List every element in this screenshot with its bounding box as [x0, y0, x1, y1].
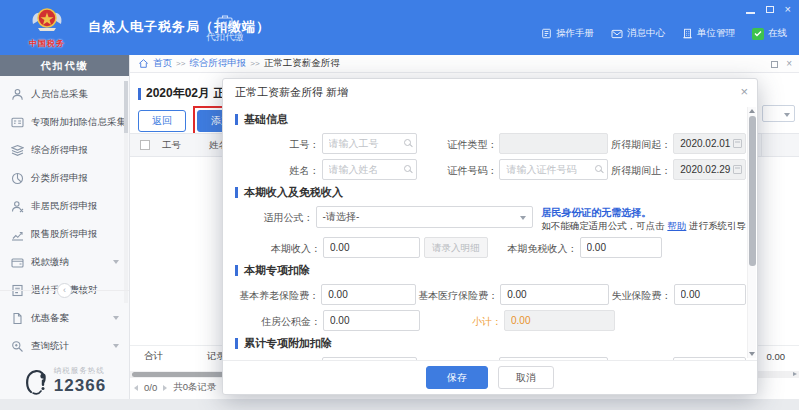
column-header-stub — [761, 134, 799, 156]
layers-icon — [11, 144, 24, 157]
breadcrumb-level2[interactable]: 综合所得申报 — [189, 57, 246, 70]
scrollbar-thumb[interactable] — [749, 116, 756, 266]
sidebar-menu: 人员信息采集 专项附加扣除信息采集 综合所得申报 分类所得申报 非居民所得申报 … — [0, 76, 129, 360]
tax-free-input[interactable] — [580, 237, 662, 258]
special-subtotal-label: 小计： — [422, 310, 502, 329]
sidebar-item-comprehensive-income[interactable]: 综合所得申报 — [0, 136, 129, 164]
search-stats-icon — [11, 340, 24, 353]
enter-detail-button: 请录入明细 — [424, 237, 488, 258]
toolbar-select[interactable] — [762, 105, 795, 122]
manual-icon — [541, 28, 552, 39]
window-bottom-strip — [0, 399, 799, 410]
breadcrumb-home[interactable]: 首页 — [153, 57, 172, 70]
scroll-down-icon[interactable] — [749, 352, 755, 356]
formula-select[interactable]: -请选择- — [316, 206, 534, 228]
cancel-button[interactable]: 取消 — [498, 366, 554, 389]
prev-page-icon[interactable] — [134, 385, 138, 391]
income-label: 本期收入： — [237, 237, 321, 256]
breadcrumb: 首页 >> 综合所得申报 >> 正常工资薪金所得 × — [130, 55, 799, 73]
housing-fund-label: 住房公积金： — [237, 310, 321, 329]
sidebar-item-label: 人员信息采集 — [31, 88, 88, 101]
home-icon — [138, 58, 149, 69]
menu-item-online-status[interactable]: 在线 — [752, 27, 787, 40]
tab-restore-icon[interactable] — [771, 61, 778, 68]
sidebar-item-special-deduction-info[interactable]: 专项附加扣除信息采集 — [0, 108, 129, 136]
search-icon — [404, 165, 411, 172]
menu-item-messages[interactable]: 消息中心 — [611, 27, 665, 40]
sidebar-item-label: 非居民所得申报 — [31, 200, 98, 213]
hotline-label: 纳税服务热线 — [54, 366, 106, 376]
user-alt-icon — [11, 200, 24, 213]
modal-body: 基础信息 工号： 证件类型： 所得期间起： 姓名： — [223, 105, 746, 360]
sidebar-item-label: 税款缴纳 — [31, 256, 69, 269]
help-link[interactable]: 帮助 — [667, 220, 686, 231]
pension-input[interactable] — [321, 284, 416, 305]
formula-note: 居民身份证的无需选择。 如不能确定适用公式，可点击 帮助 进行系统引导 — [541, 206, 746, 232]
housing-fund-input[interactable] — [323, 310, 420, 331]
nav-tab-label: 代扣代缴 — [206, 31, 244, 44]
form-row: 本期收入： 请录入明细 本期免税收入： — [237, 237, 746, 258]
modal-close-icon[interactable]: × — [740, 84, 748, 99]
menu-item-org-management[interactable]: 单位管理 — [682, 27, 735, 40]
sidebar-item-classified-income[interactable]: 分类所得申报 — [0, 164, 129, 192]
message-icon — [611, 29, 623, 39]
title-accent-bar — [138, 88, 141, 100]
section-accent-bar — [235, 338, 238, 349]
section-accent-bar — [235, 265, 238, 276]
name-input[interactable] — [322, 159, 417, 180]
nav-tab-withholding[interactable]: 代扣代缴 — [196, 6, 254, 52]
column-header-empno: 工号 — [162, 139, 181, 152]
medical-input[interactable] — [500, 284, 609, 305]
minimize-icon[interactable] — [746, 12, 755, 14]
note-line2-pre: 如不能确定适用公式，可点击 — [541, 220, 665, 231]
emp-no-label: 工号： — [237, 133, 320, 152]
sidebar-item-preferential-filing[interactable]: 优惠备案 — [0, 304, 129, 332]
calendar-icon — [733, 165, 742, 174]
top-menu: 操作手册 消息中心 单位管理 在线 — [541, 27, 787, 40]
sidebar: 代扣代缴 人员信息采集 专项附加扣除信息采集 综合所得申报 分类所得申报 非居民… — [0, 55, 130, 410]
medical-label: 基本医疗保险费： — [418, 284, 498, 303]
id-no-label: 证件号码： — [419, 159, 498, 178]
calendar-icon — [733, 139, 742, 148]
income-input[interactable] — [323, 237, 420, 258]
user-icon — [11, 88, 24, 101]
emp-no-input[interactable] — [322, 133, 417, 154]
back-button[interactable]: 返回 — [138, 110, 186, 132]
form-row: 适用公式： -请选择- 居民身份证的无需选择。 如不能确定适用公式，可点击 帮助… — [237, 206, 746, 232]
menu-item-manual[interactable]: 操作手册 — [541, 27, 594, 40]
modal-title: 正常工资薪金所得 新增 — [235, 85, 348, 100]
unemployment-input[interactable] — [674, 284, 746, 305]
id-type-label: 证件类型： — [419, 133, 498, 152]
sidebar-item-personnel-info[interactable]: 人员信息采集 — [0, 80, 129, 108]
hotline-number: 12366 — [54, 376, 106, 396]
save-button[interactable]: 保存 — [426, 366, 488, 389]
tax-logo: 中国税务 — [8, 2, 86, 49]
scroll-right-icon[interactable] — [793, 372, 797, 376]
tab-controls: × — [771, 60, 792, 68]
close-window-icon[interactable]: × — [785, 5, 791, 14]
sidebar-item-restricted-stock-income[interactable]: 限售股所得申报 — [0, 220, 129, 248]
sidebar-item-tax-payment[interactable]: 税款缴纳 — [0, 248, 129, 276]
total-value: 0.00 — [767, 351, 786, 362]
modal-footer: 保存 取消 — [223, 360, 757, 394]
section-title: 累计专项附加扣除 — [244, 336, 332, 351]
sidebar-item-nonresident-income[interactable]: 非居民所得申报 — [0, 192, 129, 220]
modal-scrollbar[interactable] — [747, 107, 756, 358]
section-income: 本期收入及免税收入 — [235, 185, 746, 199]
hotline-block: 纳税服务热线 12366 — [0, 366, 129, 396]
online-check-icon — [752, 28, 764, 40]
id-no-input[interactable] — [499, 159, 608, 180]
scroll-up-icon[interactable] — [749, 109, 755, 113]
sidebar-scrollbar[interactable] — [124, 81, 128, 303]
maximize-icon[interactable] — [766, 6, 774, 13]
sidebar-header: 代扣代缴 — [0, 55, 129, 76]
pie-chart-icon — [11, 172, 24, 185]
select-all-checkbox[interactable] — [140, 140, 150, 150]
next-page-icon[interactable] — [163, 385, 167, 391]
sidebar-item-label: 限售股所得申报 — [31, 228, 98, 241]
formula-selected-value: -请选择- — [323, 211, 360, 222]
sidebar-item-label: 查询统计 — [31, 340, 69, 353]
sidebar-collapse-button[interactable]: ‹ — [57, 283, 72, 298]
sidebar-item-query-statistics[interactable]: 查询统计 — [0, 332, 129, 360]
tab-close-icon[interactable]: × — [786, 60, 792, 68]
